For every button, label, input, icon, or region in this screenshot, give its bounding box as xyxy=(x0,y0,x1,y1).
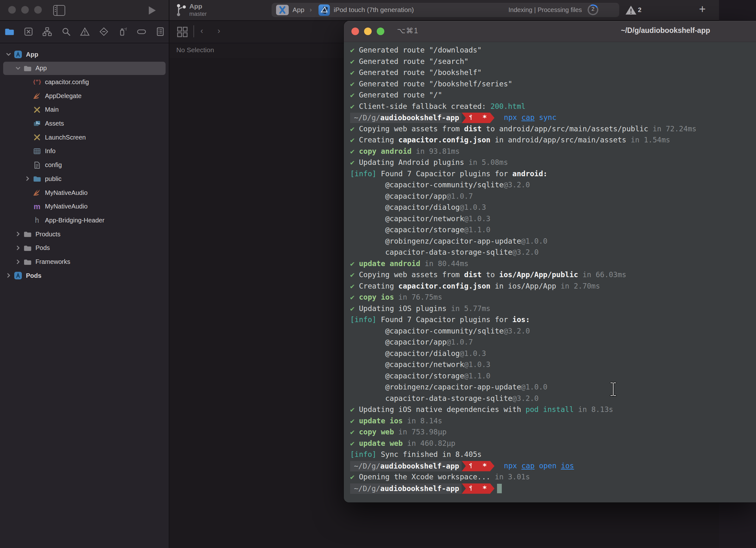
breakpoints-icon[interactable] xyxy=(136,27,147,37)
terminal-line: @capacitor/network@1.0.3 xyxy=(350,213,696,225)
terminal-line: ✔ copy web in 753.98µp xyxy=(350,426,696,438)
terminal-line: @capacitor/storage@1.1.0 xyxy=(350,224,696,236)
terminal-line: @capacitor/network@1.0.3 xyxy=(350,359,696,370)
tests-icon[interactable] xyxy=(99,27,109,37)
run-button[interactable] xyxy=(146,5,157,17)
disclosure-spacer xyxy=(23,133,32,142)
folder-file-icon xyxy=(23,230,32,239)
svg-text:m: m xyxy=(34,202,40,211)
back-chevron-icon[interactable]: ‹ xyxy=(200,26,203,36)
scheme-separator: › xyxy=(310,6,312,13)
window-close-button[interactable] xyxy=(8,6,16,14)
tree-item-assets[interactable]: Assets xyxy=(0,117,169,131)
tree-item-pods[interactable]: Pods xyxy=(0,241,169,255)
issues-icon[interactable] xyxy=(80,27,90,37)
play-icon xyxy=(146,5,157,16)
disclosure-right-icon[interactable] xyxy=(13,258,23,267)
symbols-icon[interactable] xyxy=(42,27,52,37)
tree-item-label: config xyxy=(45,161,62,169)
terminal-line: @robingenz/capacitor-app-update@1.0.0 xyxy=(350,381,696,393)
swift-file-icon xyxy=(32,188,42,197)
disclosure-right-icon[interactable] xyxy=(13,244,23,253)
terminal-line: ✔ update ios in 8.14s xyxy=(350,415,696,427)
terminal-line: ✔ Generated route "/" xyxy=(350,90,696,101)
scheme-branch-display[interactable]: App master xyxy=(175,3,257,18)
folder-file-icon xyxy=(23,258,32,267)
tree-item-info[interactable]: Info xyxy=(0,144,169,158)
disclosure-right-icon[interactable] xyxy=(13,230,23,239)
terminal-line: [info] Found 7 Capacitor plugins for ios… xyxy=(350,314,696,325)
tree-item-app[interactable]: App xyxy=(0,61,169,75)
tree-item-mynativeaudio[interactable]: mMyNativeAudio xyxy=(0,200,169,214)
tree-item-pods[interactable]: Pods xyxy=(0,269,169,282)
tree-item-app[interactable]: App xyxy=(0,47,169,61)
terminal-line: ✔ update android in 80.44ms xyxy=(350,258,696,270)
terminal-body[interactable]: ✔ Generated route "/downloads"✔ Generate… xyxy=(344,42,756,502)
search-icon[interactable] xyxy=(61,27,71,37)
terminal-line: @robingenz/capacitor-app-update@1.0.0 xyxy=(350,236,696,247)
terminal-line: ✔ Copying web assets from dist to androi… xyxy=(350,123,696,135)
activity-status-text: Indexing | Processing files xyxy=(508,6,582,14)
tree-item-label: Pods xyxy=(26,272,41,279)
terminal-line: @capacitor-community/sqlite@3.2.0 xyxy=(350,325,696,337)
tree-item-main[interactable]: Main xyxy=(0,103,169,117)
scheme-and-activity-pill[interactable]: App › iPod touch (7th generation) Indexi… xyxy=(272,3,619,17)
reports-icon[interactable] xyxy=(155,27,165,37)
terminal-line: ✔ Updating Android plugins in 5.08ms xyxy=(350,157,696,168)
debug-icon[interactable] xyxy=(117,27,128,37)
disclosure-down-icon[interactable] xyxy=(4,50,13,59)
warnings-indicator[interactable]: 2 xyxy=(625,5,647,16)
forward-chevron-icon[interactable]: › xyxy=(217,26,220,36)
source-control-icon[interactable] xyxy=(23,27,34,37)
sb-file-icon xyxy=(32,133,42,142)
editor-grid-icon[interactable] xyxy=(176,26,188,38)
terminal-line: ✔ Generated route "/bookshelf" xyxy=(350,67,696,79)
sb-file-icon xyxy=(32,105,42,114)
terminal-line: ✔ Copying web assets from dist to ios/Ap… xyxy=(350,269,696,280)
window-zoom-button[interactable] xyxy=(34,6,42,14)
tree-item-label: Products xyxy=(35,231,60,238)
warning-count: 2 xyxy=(638,6,641,14)
disclosure-spacer xyxy=(23,91,32,100)
tree-item-frameworks[interactable]: Frameworks xyxy=(0,255,169,269)
tree-item-appdelegate[interactable]: AppDelegate xyxy=(0,89,169,103)
window-minimize-button[interactable] xyxy=(21,6,29,14)
terminal-close-button[interactable] xyxy=(351,28,359,35)
assets-file-icon xyxy=(32,119,42,128)
sidebar-toggle-icon[interactable] xyxy=(53,5,65,16)
terminal-line: @capacitor/dialog@1.0.3 xyxy=(350,202,696,213)
tree-item-launchscreen[interactable]: LaunchScreen xyxy=(0,130,169,144)
disclosure-right-icon[interactable] xyxy=(23,174,32,183)
disclosure-right-icon[interactable] xyxy=(4,271,13,280)
terminal-line: @capacitor/dialog@1.0.3 xyxy=(350,348,696,359)
tree-item-public[interactable]: public xyxy=(0,172,169,186)
terminal-window: ⌥⌘1 ~/D/g/audiobookshelf-app ✔ Generated… xyxy=(344,21,756,502)
scheme-destination-label[interactable]: iPod touch (7th generation) xyxy=(334,6,414,14)
tree-item-label: Info xyxy=(45,148,55,155)
app-file-icon xyxy=(13,271,23,280)
xcode-scheme-icon[interactable] xyxy=(276,5,289,15)
tree-item-label: App-Bridging-Header xyxy=(45,217,104,224)
disclosure-down-icon[interactable] xyxy=(13,64,23,73)
disclosure-spacer xyxy=(23,202,32,211)
tree-item-config[interactable]: config xyxy=(0,158,169,172)
hdr-file-icon: h xyxy=(32,216,42,225)
xcode-toolbar: App master App › iPod touch (7th generat… xyxy=(0,0,719,21)
tree-item-app-bridging-header[interactable]: hApp-Bridging-Header xyxy=(0,213,169,227)
destination-device-icon[interactable] xyxy=(318,4,330,16)
terminal-titlebar[interactable]: ⌥⌘1 ~/D/g/audiobookshelf-app xyxy=(344,21,756,42)
terminal-zoom-button[interactable] xyxy=(377,28,384,35)
tree-item-products[interactable]: Products xyxy=(0,227,169,241)
add-tab-button[interactable]: + xyxy=(699,3,706,16)
terminal-minimize-button[interactable] xyxy=(364,28,372,35)
navigator-bar xyxy=(0,21,169,43)
terminal-line: ~/D/g/audiobookshelf-app * xyxy=(350,483,696,494)
ibeam-cursor xyxy=(609,381,617,397)
screen: App master App › iPod touch (7th generat… xyxy=(0,0,756,548)
tree-item-capacitor.config[interactable]: {”}capacitor.config xyxy=(0,75,169,89)
terminal-line: ✔ Generated route "/bookshelf/series" xyxy=(350,79,696,90)
project-navigator-folder-icon[interactable] xyxy=(4,27,15,37)
jumpbar-separator xyxy=(193,25,194,37)
scheme-target-label[interactable]: App xyxy=(293,6,304,14)
tree-item-mynativeaudio[interactable]: MyNativeAudio xyxy=(0,186,169,200)
